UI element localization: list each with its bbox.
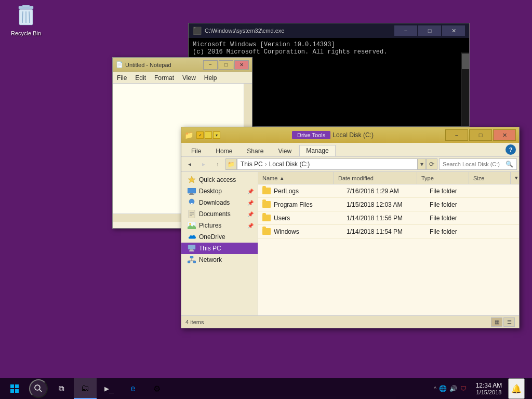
- notification-center-button[interactable]: 🔔: [508, 378, 525, 399]
- ribbon-help-button[interactable]: ?: [506, 144, 516, 155]
- file-cell-type: File folder: [425, 215, 477, 222]
- quick-access-label: Quick access: [199, 176, 236, 183]
- explorer-minimize-button[interactable]: −: [445, 129, 468, 141]
- table-row[interactable]: Windows 1/14/2018 11:54 PM File folder: [258, 225, 519, 238]
- taskbar: ⧉ 🗂 ▶_ e ⚙ ^ 🌐 🔊 🛡 12:34 AM 1/15/2018 🔔: [0, 378, 532, 399]
- address-separator: ›: [265, 161, 267, 168]
- notepad-window-controls: − □ ✕: [203, 60, 249, 70]
- file-explorer-taskbar-button[interactable]: 🗂: [74, 378, 97, 399]
- tray-expand-icon[interactable]: ^: [434, 386, 436, 392]
- svg-rect-24: [193, 261, 196, 263]
- column-header-date[interactable]: Date modified: [334, 172, 417, 184]
- sidebar-item-documents[interactable]: Documents 📌: [181, 208, 258, 220]
- notepad-minimize-button[interactable]: −: [203, 60, 218, 70]
- svg-line-5: [29, 11, 30, 23]
- clock-area[interactable]: 12:34 AM 1/15/2018: [471, 382, 507, 395]
- col-type-label: Type: [421, 175, 434, 181]
- file-list: Name ▲ Date modified Type Size ▾: [258, 172, 519, 315]
- notification-icon: 🔔: [511, 384, 522, 394]
- ribbon-tab-home[interactable]: Home: [209, 145, 239, 156]
- tray-volume-icon[interactable]: 🔊: [449, 384, 457, 393]
- file-name: PerfLogs: [274, 188, 299, 195]
- desktop-icon: [188, 187, 196, 195]
- cmd-titlebar[interactable]: ⬛ C:\Windows\system32\cmd.exe − □ ✕: [189, 23, 469, 38]
- nav-up-button[interactable]: ↑: [211, 158, 224, 170]
- recycle-bin-icon[interactable]: Recycle Bin: [8, 5, 44, 36]
- cmd-scrollbar[interactable]: [461, 52, 469, 126]
- task-view-button[interactable]: ⧉: [50, 378, 73, 399]
- column-header-size[interactable]: Size: [469, 172, 511, 184]
- column-header-name[interactable]: Name ▲: [258, 172, 334, 184]
- address-box[interactable]: This PC › Local Disk (C:): [237, 158, 418, 170]
- search-input[interactable]: [443, 161, 503, 167]
- address-location-icon[interactable]: 📁: [225, 158, 237, 170]
- ribbon-tab-view[interactable]: View: [271, 145, 298, 156]
- notepad-menu-view[interactable]: View: [178, 72, 200, 83]
- search-box[interactable]: 🔍: [439, 158, 517, 170]
- explorer-close-button[interactable]: ✕: [493, 129, 516, 141]
- notepad-menu-edit[interactable]: Edit: [131, 72, 150, 83]
- show-desktop-button[interactable]: [526, 378, 530, 399]
- cortana-search-button[interactable]: [29, 379, 48, 398]
- view-list-button[interactable]: ☰: [503, 317, 515, 327]
- svg-line-29: [39, 390, 42, 392]
- explorer-window: 📁 ✓ ▾ Drive Tools Local Disk (C:) − □ ✕: [181, 127, 520, 328]
- settings-taskbar-button[interactable]: ⚙: [145, 378, 168, 399]
- desktop-pin-icon: 📌: [247, 189, 254, 194]
- sidebar-item-onedrive[interactable]: OneDrive: [181, 231, 258, 243]
- file-cell-date: 1/15/2018 12:03 AM: [342, 201, 425, 208]
- notepad-icon: 📄: [116, 61, 123, 68]
- cmd-close-button[interactable]: ✕: [442, 25, 465, 36]
- nav-back-button[interactable]: ◂: [183, 158, 196, 170]
- status-items-count: 4 items: [185, 319, 204, 325]
- notepad-menu-format[interactable]: Format: [150, 72, 178, 83]
- notepad-menu-help[interactable]: Help: [200, 72, 221, 83]
- cmd-minimize-button[interactable]: −: [394, 25, 417, 36]
- sidebar-item-this-pc[interactable]: This PC: [181, 243, 258, 254]
- column-header-type[interactable]: Type: [417, 172, 469, 184]
- notepad-menu-file[interactable]: File: [113, 72, 131, 83]
- sidebar-item-desktop[interactable]: Desktop 📌: [181, 185, 258, 197]
- sidebar-item-quick-access[interactable]: Quick access: [181, 174, 258, 185]
- tray-network-icon[interactable]: 🌐: [438, 384, 447, 393]
- table-row[interactable]: PerfLogs 7/16/2016 1:29 AM File folder: [258, 184, 519, 198]
- notepad-titlebar[interactable]: 📄 Untitled - Notepad − □ ✕: [113, 58, 252, 72]
- cmd-maximize-button[interactable]: □: [418, 25, 441, 36]
- nav-forward-button[interactable]: ▸: [197, 158, 210, 170]
- start-button[interactable]: [2, 378, 27, 399]
- table-row[interactable]: Users 1/14/2018 11:56 PM File folder: [258, 211, 519, 225]
- ribbon-tab-manage[interactable]: Manage: [299, 145, 335, 156]
- refresh-button[interactable]: ⟳: [426, 158, 437, 170]
- svg-rect-23: [188, 261, 190, 263]
- notepad-maximize-button[interactable]: □: [219, 60, 233, 70]
- file-explorer-taskbar-icon: 🗂: [81, 383, 89, 393]
- explorer-maximize-button[interactable]: □: [469, 129, 492, 141]
- ribbon-tab-share[interactable]: Share: [240, 145, 270, 156]
- recycle-bin-label: Recycle Bin: [11, 30, 41, 36]
- explorer-title-center: Drive Tools Local Disk (C:): [292, 131, 374, 139]
- table-row[interactable]: Program Files 1/15/2018 12:03 AM File fo…: [258, 198, 519, 211]
- sidebar-item-downloads[interactable]: Downloads 📌: [181, 197, 258, 208]
- documents-icon: [188, 210, 196, 218]
- edge-taskbar-button[interactable]: e: [122, 378, 144, 399]
- ribbon-tab-file[interactable]: File: [184, 145, 208, 156]
- sidebar-item-pictures[interactable]: Pictures 📌: [181, 220, 258, 231]
- desktop: Recycle Bin ⬛ C:\Windows\system32\cmd.ex…: [0, 0, 532, 399]
- file-cell-date: 1/14/2018 11:54 PM: [342, 228, 425, 235]
- edge-taskbar-icon: e: [131, 384, 136, 393]
- address-dropdown-button[interactable]: ▾: [418, 158, 426, 170]
- explorer-window-controls: − □ ✕: [445, 129, 516, 141]
- explorer-titlebar[interactable]: 📁 ✓ ▾ Drive Tools Local Disk (C:) − □ ✕: [181, 127, 519, 143]
- view-details-button[interactable]: ▦: [491, 317, 502, 327]
- tray-security-icon[interactable]: 🛡: [459, 384, 468, 393]
- column-header-more[interactable]: ▾: [511, 172, 519, 184]
- settings-taskbar-icon: ⚙: [153, 384, 161, 394]
- network-label: Network: [199, 256, 222, 263]
- view-toggles: ▦ ☰: [491, 317, 515, 327]
- cmd-taskbar-button[interactable]: ▶_: [98, 378, 121, 399]
- sidebar-item-network[interactable]: Network: [181, 254, 258, 265]
- svg-line-3: [22, 11, 23, 23]
- address-part-localdisk: Local Disk (C:): [269, 161, 310, 168]
- notepad-close-button[interactable]: ✕: [234, 60, 249, 70]
- file-name: Program Files: [274, 201, 313, 208]
